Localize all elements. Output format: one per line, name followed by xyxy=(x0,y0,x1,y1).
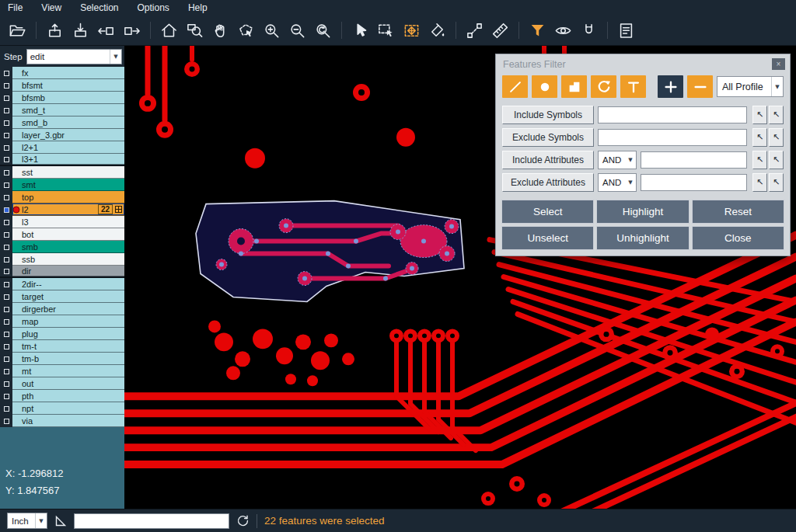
layer-checkbox[interactable] xyxy=(4,108,9,113)
snap-magnet-button[interactable] xyxy=(577,19,601,42)
layer-checkbox[interactable] xyxy=(4,282,9,287)
layer-row-dir[interactable]: dir xyxy=(0,266,124,278)
exclude-attributes-pick-button-2[interactable]: ↖ xyxy=(769,173,784,192)
layer-checkbox[interactable] xyxy=(4,406,9,412)
layer-row-target[interactable]: target xyxy=(0,290,124,303)
lasso-select-button[interactable] xyxy=(234,19,258,42)
open-folder-button[interactable] xyxy=(5,19,30,42)
pad-filter-button[interactable] xyxy=(532,75,557,98)
exclude-symbols-pick-button-2[interactable]: ↖ xyxy=(769,128,784,147)
layer-row-top[interactable]: top xyxy=(0,191,124,203)
layer-checkbox[interactable] xyxy=(4,157,9,162)
zoom-previous-button[interactable] xyxy=(311,19,335,42)
menu-file[interactable]: File xyxy=(8,2,23,13)
layer-checkbox[interactable] xyxy=(4,356,9,362)
layer-row-l2[interactable]: l222 xyxy=(0,203,124,216)
units-select[interactable]: Inch ▼ xyxy=(7,513,47,529)
features-filter-button[interactable] xyxy=(525,19,550,42)
layer-checkbox[interactable] xyxy=(4,369,9,374)
profile-select[interactable]: All Profile ▼ xyxy=(717,76,784,97)
exclude-symbols-input[interactable] xyxy=(598,129,747,146)
layer-checkbox[interactable] xyxy=(4,294,9,300)
step-select[interactable]: edit ▼ xyxy=(26,49,122,64)
layer-checkbox[interactable] xyxy=(4,195,9,200)
exclude-attributes-pick-button-1[interactable]: ↖ xyxy=(752,173,767,192)
layer-row-map[interactable]: map xyxy=(0,315,124,328)
visibility-eye-button[interactable] xyxy=(551,19,575,42)
layer-checkbox[interactable] xyxy=(4,207,9,213)
layer-checkbox[interactable] xyxy=(4,344,9,349)
snap-angle-icon[interactable] xyxy=(54,515,67,527)
include-attributes-button[interactable]: Include Attributes xyxy=(502,151,594,169)
add-filter-button[interactable] xyxy=(658,75,683,98)
dialog-title-bar[interactable]: Features Filter × xyxy=(496,54,790,74)
box-arrow-left-button[interactable] xyxy=(94,19,118,42)
layer-checkbox[interactable] xyxy=(4,71,9,76)
box-arrow-up-button[interactable] xyxy=(43,19,67,42)
layer-checkbox[interactable] xyxy=(4,307,9,312)
select-button[interactable]: Select xyxy=(501,200,594,224)
ruler-measure-button[interactable] xyxy=(488,19,512,42)
close-button[interactable]: Close xyxy=(692,226,784,250)
layer-checkbox[interactable] xyxy=(4,381,9,387)
menu-view[interactable]: View xyxy=(41,2,61,13)
layer-checkbox[interactable] xyxy=(4,96,9,101)
layer-checkbox[interactable] xyxy=(4,120,9,126)
zoom-out-button[interactable] xyxy=(285,19,309,42)
box-arrow-right-button[interactable] xyxy=(120,19,144,42)
include-symbols-pick-button-1[interactable]: ↖ xyxy=(752,106,767,124)
layer-checkbox[interactable] xyxy=(4,83,9,89)
pointer-select-button[interactable] xyxy=(348,19,372,42)
layer-row-smt[interactable]: smt xyxy=(0,179,124,191)
measure-points-button[interactable] xyxy=(463,19,487,42)
exclude-symbols-button[interactable]: Exclude Symbols xyxy=(502,128,594,147)
layer-row-tm-b[interactable]: tm-b xyxy=(0,353,124,365)
exclude-attributes-button[interactable]: Exclude Attributes xyxy=(502,173,594,192)
layer-checkbox[interactable] xyxy=(4,332,9,337)
unhighlight-button[interactable]: Unhighlight xyxy=(596,226,689,250)
layer-row-bot[interactable]: bot xyxy=(0,228,124,241)
color-fill-button[interactable] xyxy=(425,19,449,42)
layer-row-2dir--[interactable]: 2dir-- xyxy=(0,278,124,290)
zoom-in-button[interactable] xyxy=(260,19,284,42)
box-arrow-down-button[interactable] xyxy=(68,19,93,42)
include-attributes-input[interactable] xyxy=(641,151,747,169)
layer-row-sst[interactable]: sst xyxy=(0,166,124,179)
include-symbols-button[interactable]: Include Symbols xyxy=(502,106,594,124)
layer-row-smb[interactable]: smb xyxy=(0,241,124,253)
layer-checkbox[interactable] xyxy=(4,232,9,238)
report-list-button[interactable] xyxy=(614,19,638,42)
rect-select-button[interactable] xyxy=(374,19,398,42)
include-attributes-operator-select[interactable]: AND▼ xyxy=(598,151,637,169)
layer-checkbox[interactable] xyxy=(4,170,9,176)
layer-row-npt[interactable]: npt xyxy=(0,402,124,415)
include-attributes-pick-button-2[interactable]: ↖ xyxy=(769,151,784,169)
pan-hand-button[interactable] xyxy=(208,19,232,42)
layer-checkbox[interactable] xyxy=(4,269,9,274)
layer-checkbox[interactable] xyxy=(4,319,9,325)
layer-row-bfsmt[interactable]: bfsmt xyxy=(0,79,124,92)
surface-filter-button[interactable] xyxy=(561,75,587,98)
menu-options[interactable]: Options xyxy=(138,2,169,13)
layer-checkbox[interactable] xyxy=(4,145,9,151)
layer-row-plug[interactable]: plug xyxy=(0,328,124,340)
pcb-canvas[interactable]: Features Filter × All Profile ▼ Include … xyxy=(124,46,796,509)
layer-row-l3[interactable]: l3 xyxy=(0,216,124,228)
layer-row-l3+1[interactable]: l3+1 xyxy=(0,154,124,166)
layer-row-smd_b[interactable]: smd_b xyxy=(0,116,124,129)
highlight-button[interactable]: Highlight xyxy=(596,200,689,224)
layer-checkbox[interactable] xyxy=(4,133,9,138)
layer-row-ssb[interactable]: ssb xyxy=(0,253,124,266)
unselect-button[interactable]: Unselect xyxy=(501,226,594,250)
layer-row-smd_t[interactable]: smd_t xyxy=(0,104,124,116)
text-filter-button[interactable] xyxy=(620,75,646,98)
command-input[interactable] xyxy=(74,513,229,529)
include-symbols-input[interactable] xyxy=(598,106,747,123)
layer-checkbox[interactable] xyxy=(4,394,9,399)
layer-row-layer_3.gbr[interactable]: layer_3.gbr xyxy=(0,129,124,141)
layer-checkbox[interactable] xyxy=(4,245,9,250)
zoom-area-button[interactable] xyxy=(183,19,207,42)
transform-select-button[interactable] xyxy=(400,19,424,42)
layer-checkbox[interactable] xyxy=(4,419,9,424)
layer-row-dirgerber[interactable]: dirgerber xyxy=(0,303,124,315)
